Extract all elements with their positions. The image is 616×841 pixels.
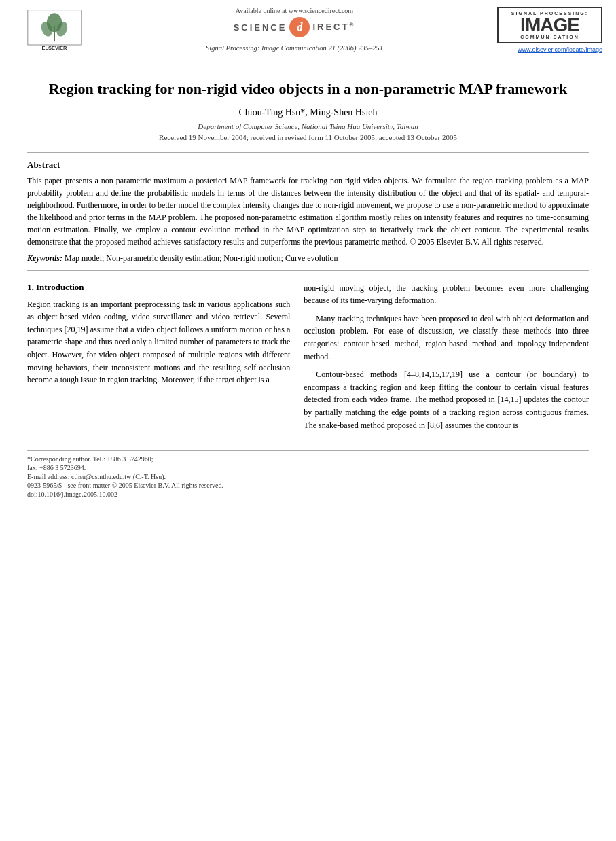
right-para-1: non-rigid moving object, the tracking pr… [304, 282, 589, 307]
image-label: IMAGE [503, 16, 597, 35]
svg-text:ELSEVIER: ELSEVIER [41, 45, 67, 51]
col-left: 1. Introduction Region tracking is an im… [27, 282, 290, 437]
main-content: Region tracking for non-rigid video obje… [0, 60, 616, 513]
right-col-text: non-rigid moving object, the tracking pr… [304, 282, 589, 432]
direct-circle-icon: d [289, 17, 310, 37]
left-para-1: Region tracking is an important preproce… [27, 298, 290, 387]
elsevier-logo: ELSEVIER [22, 7, 87, 54]
left-col-text: Region tracking is an important preproce… [27, 298, 290, 387]
footnote-area: *Corresponding author. Tel.: +886 3 5742… [27, 450, 589, 498]
available-online-text: Available online at www.sciencedirect.co… [236, 7, 353, 14]
divider-bottom [27, 270, 589, 271]
abstract-text: This paper presents a non-parametric max… [27, 175, 589, 248]
elsevier-url[interactable]: www.elsevier.com/locate/image [518, 46, 602, 53]
page: ELSEVIER Available online at www.science… [0, 0, 616, 841]
sciencedirect-logo: SCIENCE d IRECT® [234, 17, 356, 37]
communication-label: COMMUNICATION [503, 35, 597, 39]
signal-processing-box: SIGNAL PROCESSING: IMAGE COMMUNICATION [497, 7, 602, 43]
science-text: SCIENCE [234, 22, 287, 33]
journal-name: Signal Processing: Image Communication 2… [206, 44, 383, 52]
header: ELSEVIER Available online at www.science… [0, 0, 616, 60]
right-para-3: Contour-based methods [4–8,14,15,17,19] … [304, 368, 589, 431]
received-dates: Received 19 November 2004; received in r… [27, 133, 589, 141]
affiliation: Department of Computer Science, National… [27, 122, 589, 130]
footnote-email: E-mail address: cthsu@cs.nthu.edu.tw (C.… [27, 473, 589, 480]
footnote-fax: fax: +886 3 5723694. [27, 464, 589, 471]
divider-top [27, 152, 589, 153]
keywords-label: Keywords: [27, 253, 62, 263]
keywords-line: Keywords: Map model; Non-parametric dens… [27, 253, 589, 264]
keywords-values: Map model; Non-parametric density estima… [65, 253, 338, 263]
intro-heading: 1. Introduction [27, 282, 290, 293]
col-right: non-rigid moving object, the tracking pr… [304, 282, 589, 437]
footnote-issn: 0923-5965/$ - see front matter © 2005 El… [27, 482, 589, 489]
two-col-layout: 1. Introduction Region tracking is an im… [27, 282, 589, 437]
authors: Chiou-Ting Hsu*, Ming-Shen Hsieh [27, 107, 589, 118]
direct-text: IRECT® [312, 22, 355, 32]
header-left: ELSEVIER [14, 7, 95, 54]
right-para-2: Many tracking techniques have been propo… [304, 312, 589, 363]
header-center: Available online at www.sciencedirect.co… [95, 7, 494, 54]
abstract-heading: Abstract [27, 160, 589, 171]
abstract-section: Abstract This paper presents a non-param… [27, 160, 589, 264]
footnote-doi: doi:10.1016/j.image.2005.10.002 [27, 490, 589, 498]
paper-title: Region tracking for non-rigid video obje… [27, 79, 589, 99]
footnote-corresponding: *Corresponding author. Tel.: +886 3 5742… [27, 455, 589, 463]
header-right: SIGNAL PROCESSING: IMAGE COMMUNICATION w… [494, 7, 602, 54]
